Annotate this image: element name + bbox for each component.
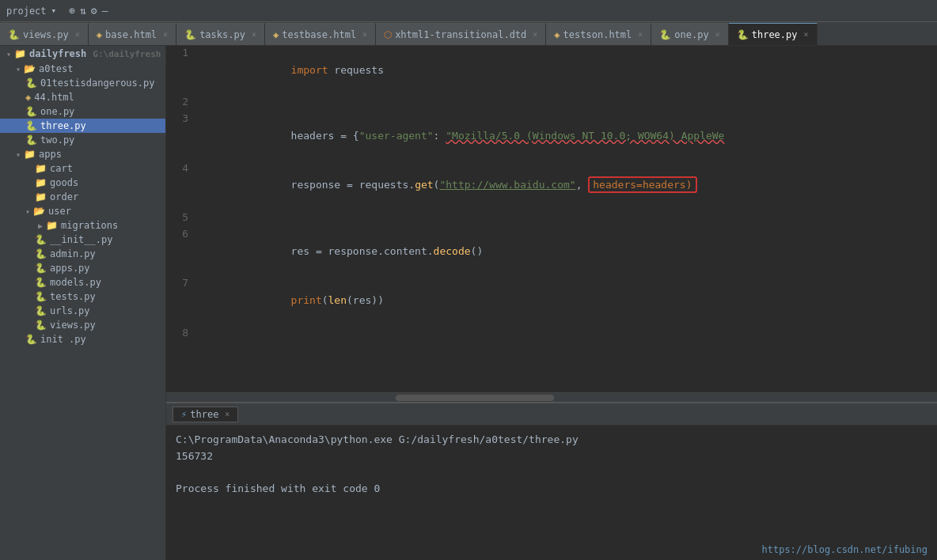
- add-icon[interactable]: ⊕: [69, 5, 75, 17]
- sidebar-item-apps-py[interactable]: 🐍 apps.py: [0, 261, 165, 275]
- py-file-icon: 🐍: [35, 305, 47, 316]
- folder-icon: 📂: [33, 206, 45, 217]
- tab-py-icon: 🐍: [8, 29, 20, 40]
- sidebar-item-cart[interactable]: 📁 cart: [0, 161, 165, 176]
- project-arrow-icon[interactable]: ▾: [51, 6, 57, 16]
- sidebar-item-label: order: [50, 191, 78, 202]
- tab-testbase-html[interactable]: ◈ testbase.html ×: [265, 23, 376, 45]
- sidebar: ▾ 📁 dailyfresh G:\dailyfresh ▾ 📂 a0test …: [0, 46, 166, 560]
- sidebar-item-admin-py[interactable]: 🐍 admin.py: [0, 247, 165, 261]
- tab-close-icon[interactable]: ×: [252, 30, 256, 39]
- settings-icon[interactable]: ⚙: [91, 5, 97, 17]
- tab-xhtml1-dtd[interactable]: ⬡ xhtml1-transitional.dtd ×: [376, 23, 546, 45]
- tab-label: xhtml1-transitional.dtd: [395, 29, 526, 40]
- project-label[interactable]: project: [6, 6, 47, 17]
- line-content: headers = {"user-agent": "Mozilla/5.0 (W…: [198, 112, 937, 161]
- code-text: requests: [328, 64, 384, 76]
- line-content: response = requests.get("http://www.baid…: [198, 161, 937, 210]
- code-line-8: 8: [166, 326, 937, 342]
- project-root[interactable]: ▾ 📁 dailyfresh G:\dailyfresh: [0, 46, 165, 62]
- tab-html-icon: ◈: [554, 29, 560, 40]
- sidebar-item-models-py[interactable]: 🐍 models.py: [0, 275, 165, 289]
- tab-close-icon[interactable]: ×: [362, 30, 367, 39]
- folder-icon: 📁: [46, 220, 58, 231]
- sidebar-item-label: models.py: [50, 277, 101, 288]
- keyword-print: print: [291, 294, 322, 306]
- sidebar-item-label: three.py: [40, 120, 86, 131]
- code-line-2: 2: [166, 95, 937, 112]
- tab-close-icon[interactable]: ×: [533, 30, 537, 39]
- sidebar-item-order[interactable]: 📁 order: [0, 190, 165, 204]
- py-file-icon: 🐍: [25, 334, 37, 345]
- tab-three-py[interactable]: 🐍 three.py ×: [729, 23, 818, 45]
- line-number: 4: [166, 161, 198, 210]
- sidebar-item-label: tests.py: [50, 291, 96, 302]
- tab-views-py[interactable]: 🐍 views.py ×: [0, 23, 89, 45]
- sidebar-item-label: urls.py: [50, 305, 90, 316]
- py-file-icon: 🐍: [35, 277, 47, 288]
- code-text: (): [471, 245, 484, 257]
- code-editor[interactable]: 1 import requests 2 3 headers: [166, 46, 937, 392]
- tab-close-icon[interactable]: ×: [715, 30, 720, 39]
- folder-icon: 📁: [35, 177, 47, 188]
- sidebar-item-migrations[interactable]: ▶ 📁 migrations: [0, 218, 165, 233]
- sidebar-item-two-py[interactable]: 🐍 two.py: [0, 133, 165, 147]
- arrow-down-icon: ▾: [16, 65, 21, 74]
- py-file-icon: 🐍: [25, 78, 37, 89]
- terminal-content[interactable]: C:\ProgramData\Anaconda3\python.exe G:/d…: [166, 426, 937, 560]
- sync-icon[interactable]: ⇅: [80, 5, 86, 17]
- sidebar-item-label: two.py: [40, 134, 74, 146]
- line-number: 7: [166, 276, 198, 325]
- sidebar-item-three-py[interactable]: 🐍 three.py: [0, 119, 165, 133]
- tab-close-icon[interactable]: ×: [804, 30, 809, 39]
- sidebar-item-label: apps.py: [50, 263, 90, 274]
- terminal-tab-bar: ⚡ three ×: [166, 403, 937, 426]
- tab-base-html[interactable]: ◈ base.html ×: [89, 23, 176, 45]
- sidebar-item-tests-py[interactable]: 🐍 tests.py: [0, 289, 165, 304]
- tab-close-icon[interactable]: ×: [75, 30, 80, 39]
- line-content: [198, 210, 937, 227]
- horizontal-scrollbar[interactable]: [166, 392, 937, 402]
- tab-testson-html[interactable]: ◈ testson.html ×: [546, 23, 651, 45]
- sidebar-item-label: cart: [50, 163, 73, 174]
- sidebar-item-44html[interactable]: ◈ 44.html: [0, 90, 165, 104]
- tab-label: testson.html: [563, 29, 632, 40]
- folder-icon: 📁: [24, 149, 36, 160]
- code-line-6: 6 res = response.content.decode(): [166, 227, 937, 276]
- sidebar-item-one-py[interactable]: 🐍 one.py: [0, 104, 165, 119]
- sidebar-item-user[interactable]: ▾ 📂 user: [0, 204, 165, 218]
- line-number: 8: [166, 326, 198, 342]
- code-line-4: 4 response = requests.get("http://www.ba…: [166, 161, 937, 210]
- tab-label: testbase.html: [282, 29, 356, 40]
- terminal-tab-three[interactable]: ⚡ three ×: [173, 407, 238, 422]
- sidebar-item-views-py[interactable]: 🐍 views.py: [0, 318, 165, 332]
- csdn-link: https://blog.csdn.net/ifubing: [761, 544, 928, 555]
- tab-py-icon: 🐍: [737, 29, 749, 40]
- title-bar: project ▾ ⊕ ⇅ ⚙ —: [0, 0, 937, 22]
- sidebar-item-label: admin.py: [50, 248, 96, 259]
- tab-tasks-py[interactable]: 🐍 tasks.py ×: [176, 23, 265, 45]
- sidebar-item-init-py[interactable]: 🐍 __init__.py: [0, 233, 165, 247]
- terminal-line-empty: [176, 465, 928, 482]
- arrow-right-icon: ▾: [16, 150, 21, 159]
- sidebar-item-urls-py[interactable]: 🐍 urls.py: [0, 304, 165, 318]
- sidebar-item-01testisdangerous[interactable]: 🐍 01testisdangerous.py: [0, 76, 165, 90]
- code-line-1: 1 import requests: [166, 46, 937, 95]
- py-file-icon: 🐍: [25, 134, 37, 146]
- terminal-tab-close-icon[interactable]: ×: [225, 410, 230, 418]
- py-file-icon: 🐍: [25, 120, 37, 131]
- scrollbar-thumb[interactable]: [396, 395, 554, 401]
- terminal-line-3: Process finished with exit code 0: [176, 481, 928, 498]
- line-content: import requests: [198, 46, 937, 95]
- tab-close-icon[interactable]: ×: [638, 30, 643, 39]
- tab-close-icon[interactable]: ×: [163, 30, 168, 39]
- sidebar-item-a0test[interactable]: ▾ 📂 a0test: [0, 62, 165, 76]
- tab-py-icon: 🐍: [184, 29, 196, 40]
- sidebar-item-goods[interactable]: 📁 goods: [0, 176, 165, 190]
- folder-icon: 📁: [35, 191, 47, 202]
- sidebar-item-init-partial[interactable]: 🐍 init .py: [0, 332, 165, 346]
- minimize-icon[interactable]: —: [102, 5, 108, 17]
- sidebar-item-apps[interactable]: ▾ 📁 apps: [0, 147, 165, 161]
- tab-one-py[interactable]: 🐍 one.py ×: [651, 23, 728, 45]
- arrow-down-icon: ▾: [6, 50, 11, 59]
